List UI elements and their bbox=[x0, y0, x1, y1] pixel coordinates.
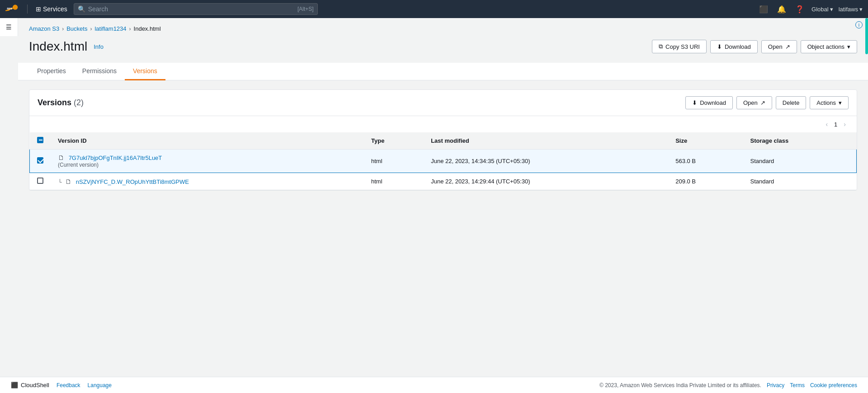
actions-versions-chevron: ▾ bbox=[839, 99, 842, 106]
page-title: Index.html bbox=[29, 39, 87, 54]
header-actions: ⧉ Copy S3 URI ⬇ Download Open ↗ Object a… bbox=[652, 40, 857, 53]
td-checkbox-2 bbox=[30, 173, 51, 190]
object-actions-label: Object actions bbox=[807, 43, 844, 50]
header-checkbox[interactable] bbox=[37, 137, 43, 143]
versions-actions: ⬇ Download Open ↗ Delete Actions ▾ bbox=[685, 96, 849, 109]
page-number: 1 bbox=[834, 121, 837, 128]
breadcrumb: Amazon S3 › Buckets › latiflam1234 › Ind… bbox=[29, 25, 857, 32]
object-actions-button[interactable]: Object actions ▾ bbox=[801, 40, 857, 53]
region-selector[interactable]: Global ▾ bbox=[811, 6, 833, 13]
breadcrumb-sep-3: › bbox=[129, 26, 131, 32]
file-icon-1: 🗋 bbox=[58, 154, 64, 161]
th-storage-class: Storage class bbox=[743, 132, 857, 150]
tab-versions[interactable]: Versions bbox=[125, 63, 165, 80]
page-info-button[interactable]: i bbox=[855, 21, 863, 28]
page-title-area: Index.html Info bbox=[29, 39, 105, 54]
table-header-row: Version ID Type Last modified Size Stora… bbox=[30, 132, 857, 150]
aws-logo: aws bbox=[5, 2, 20, 16]
tab-properties[interactable]: Properties bbox=[29, 63, 74, 80]
page-header: Index.html Info ⧉ Copy S3 URI ⬇ Download… bbox=[29, 39, 857, 54]
row2-checkbox[interactable] bbox=[37, 178, 43, 184]
user-menu[interactable]: latifaws ▾ bbox=[839, 6, 863, 13]
user-label: latifaws bbox=[839, 6, 858, 13]
tab-permissions[interactable]: Permissions bbox=[74, 63, 125, 80]
search-bar[interactable]: 🔍 [Alt+S] bbox=[74, 3, 318, 15]
table-row: 🗋 7G7ukl7bjpOFgTnIK.jj16A7Itr5LueT (Curr… bbox=[30, 150, 857, 173]
prev-page-button[interactable]: ‹ bbox=[823, 120, 830, 129]
breadcrumb-current: Index.html bbox=[134, 25, 161, 32]
td-type-1: html bbox=[364, 150, 424, 173]
td-version-id-1: 🗋 7G7ukl7bjpOFgTnIK.jj16A7Itr5LueT (Curr… bbox=[51, 150, 364, 173]
td-size-2: 209.0 B bbox=[668, 173, 743, 190]
region-chevron: ▾ bbox=[830, 6, 833, 13]
breadcrumb-bucket[interactable]: latiflam1234 bbox=[94, 25, 126, 32]
actions-button-versions[interactable]: Actions ▾ bbox=[810, 96, 849, 109]
open-label-header: Open bbox=[768, 43, 783, 50]
open-versions-external-icon: ↗ bbox=[760, 99, 765, 106]
scroll-indicator[interactable] bbox=[865, 18, 868, 54]
th-version-id: Version ID bbox=[51, 132, 364, 150]
copy-s3-uri-button[interactable]: ⧉ Copy S3 URI bbox=[652, 40, 707, 53]
delete-button-versions[interactable]: Delete bbox=[776, 96, 807, 109]
breadcrumb-buckets[interactable]: Buckets bbox=[66, 25, 87, 32]
version-id-link-1[interactable]: 7G7ukl7bjpOFgTnIK.jj16A7Itr5LueT bbox=[69, 154, 162, 161]
main-content: Amazon S3 › Buckets › latiflam1234 › Ind… bbox=[18, 18, 868, 377]
region-label: Global bbox=[811, 6, 829, 13]
top-nav: aws ⊞ Services 🔍 [Alt+S] ⬛ 🔔 ❓ Global ▾ … bbox=[0, 0, 868, 18]
copy-icon: ⧉ bbox=[659, 43, 663, 50]
tabs: Properties Permissions Versions bbox=[29, 63, 868, 80]
table-container: Version ID Type Last modified Size Stora… bbox=[29, 132, 857, 190]
nav-right: ⬛ 🔔 ❓ Global ▾ latifaws ▾ bbox=[757, 3, 863, 15]
delete-versions-label: Delete bbox=[783, 99, 800, 106]
search-icon: 🔍 bbox=[78, 5, 85, 13]
hamburger-icon: ☰ bbox=[6, 23, 12, 31]
actions-versions-label: Actions bbox=[816, 99, 836, 106]
bell-icon-button[interactable]: 🔔 bbox=[775, 3, 788, 15]
td-last-modified-1: June 22, 2023, 14:34:35 (UTC+05:30) bbox=[424, 150, 668, 173]
versions-count: (2) bbox=[74, 98, 84, 107]
search-input[interactable] bbox=[88, 5, 295, 13]
th-last-modified: Last modified bbox=[424, 132, 668, 150]
td-version-id-2: └ 🗋 nSZVjNYFC_D.W_ROpUhYttBTi8mtGPWE bbox=[51, 173, 364, 190]
external-link-icon: ↗ bbox=[785, 43, 790, 50]
td-storage-class-1: Standard bbox=[743, 150, 857, 173]
grid-icon: ⊞ bbox=[36, 5, 41, 13]
versions-table: Version ID Type Last modified Size Stora… bbox=[29, 132, 857, 190]
next-page-button[interactable]: › bbox=[841, 120, 849, 129]
breadcrumb-sep-1: › bbox=[62, 26, 64, 32]
services-label: Services bbox=[43, 5, 67, 13]
td-type-2: html bbox=[364, 173, 424, 190]
th-type: Type bbox=[364, 132, 424, 150]
download-label-header: Download bbox=[725, 43, 751, 50]
breadcrumb-sep-2: › bbox=[90, 26, 92, 32]
info-circle-icon[interactable]: i bbox=[855, 21, 863, 28]
terminal-icon-button[interactable]: ⬛ bbox=[757, 3, 770, 15]
download-button-header[interactable]: ⬇ Download bbox=[710, 40, 758, 53]
svg-text:aws: aws bbox=[7, 7, 13, 10]
user-chevron: ▾ bbox=[859, 6, 863, 13]
td-storage-class-2: Standard bbox=[743, 173, 857, 190]
open-button-versions[interactable]: Open ↗ bbox=[736, 96, 772, 109]
td-last-modified-2: June 22, 2023, 14:29:44 (UTC+05:30) bbox=[424, 173, 668, 190]
download-button-versions[interactable]: ⬇ Download bbox=[685, 96, 733, 109]
file-icon-2: 🗋 bbox=[65, 178, 71, 185]
version-id-link-2[interactable]: nSZVjNYFC_D.W_ROpUhYttBTi8mtGPWE bbox=[76, 178, 189, 185]
help-icon-button[interactable]: ❓ bbox=[793, 3, 806, 15]
table-row: └ 🗋 nSZVjNYFC_D.W_ROpUhYttBTi8mtGPWE htm… bbox=[30, 173, 857, 190]
row1-checkbox[interactable] bbox=[37, 157, 43, 164]
download-versions-label: Download bbox=[700, 99, 726, 106]
table-pagination: ‹ 1 › bbox=[29, 116, 857, 132]
open-versions-label: Open bbox=[743, 99, 758, 106]
versions-header: Versions (2) ⬇ Download Open ↗ Delete Ac… bbox=[29, 90, 857, 116]
sidebar-toggle[interactable]: ☰ bbox=[0, 18, 18, 36]
tabs-container: Properties Permissions Versions bbox=[18, 63, 868, 80]
nav-services-button[interactable]: ⊞ Services bbox=[33, 4, 70, 14]
th-checkbox bbox=[30, 132, 51, 150]
breadcrumb-s3[interactable]: Amazon S3 bbox=[29, 25, 59, 32]
versions-title: Versions (2) bbox=[38, 98, 84, 108]
th-size: Size bbox=[668, 132, 743, 150]
open-button-header[interactable]: Open ↗ bbox=[761, 40, 797, 53]
info-badge[interactable]: Info bbox=[92, 42, 105, 51]
object-actions-chevron: ▾ bbox=[847, 43, 850, 50]
search-shortcut: [Alt+S] bbox=[297, 6, 314, 12]
